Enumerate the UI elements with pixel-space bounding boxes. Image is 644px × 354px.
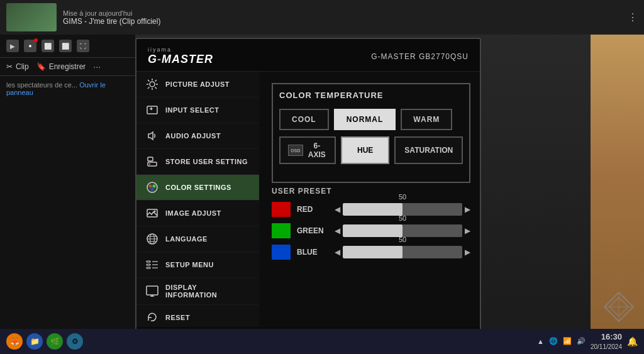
saturation-button[interactable]: SATURATION [394,136,463,164]
window-icon[interactable]: ⬜ [42,40,54,52]
svg-rect-33 [147,267,150,268]
svg-line-10 [155,87,157,89]
menu-item-reset[interactable]: RESET [136,305,259,331]
menu-item-input-select[interactable]: INPUT SELECT [136,97,259,123]
blue-slider-fill [343,246,402,258]
svg-point-21 [149,185,152,188]
top-bar-info: Mise à jour aujourd'hui GIMS - J'me tire… [63,9,621,26]
scissors-icon[interactable]: ✂ Clip [6,62,29,71]
fullscreen-icon[interactable]: ⛶ [77,40,89,52]
red-right-arrow[interactable]: ▶ [465,205,470,214]
blue-slider-track[interactable]: ◀ ▶ [335,246,470,258]
taskbar-arrow-icon[interactable]: ▲ [537,338,544,345]
axis-button-group: OSD 6-AXIS HUE SATURATION [279,136,463,164]
svg-line-11 [155,80,157,82]
svg-point-23 [151,188,154,191]
store-icon [145,155,159,169]
svg-rect-13 [147,106,157,114]
green-label: GREEN [297,226,328,235]
menu-label-image: IMAGE ADJUST [165,209,221,217]
more-actions-icon[interactable]: ··· [93,62,101,72]
blue-swatch [272,245,291,260]
menu-item-setup[interactable]: SETUP MENU [136,252,259,278]
menu-item-picture-adjust[interactable]: PICTURE ADJUST [136,72,259,97]
osd-menu: PICTURE ADJUST INPUT SELECT [136,72,259,327]
update-date: Mise à jour aujourd'hui [63,9,621,17]
audio-icon [145,129,159,143]
model-name: G-MASTER GB2770QSU [371,52,469,61]
more-options-icon[interactable]: ⋮ [628,11,638,23]
svg-rect-31 [147,261,150,262]
red-slider-bar [343,203,462,216]
svg-point-4 [150,82,155,87]
green-slider-row: GREEN 50 ◀ ▶ [272,223,470,238]
reset-icon [145,311,159,324]
brand-logo: iiyama G-MASTER [148,47,213,66]
menu-item-audio-adjust[interactable]: AUDIO ADJUST [136,123,259,149]
cool-button[interactable]: COOL [279,109,329,130]
menu-item-language[interactable]: LANGUAGE [136,226,259,252]
record-icon[interactable]: ● [24,40,36,52]
menu-label-display: DISPLAY INFORMATION [165,284,250,299]
taskbar-app-icon[interactable]: 🌿 [47,333,63,350]
green-left-arrow[interactable]: ◀ [335,226,340,235]
blue-slider-row: BLUE 50 ◀ ▶ [272,245,470,260]
green-value: 50 [399,214,406,222]
red-slider-container: 50 ◀ ▶ [335,203,470,216]
menu-item-store-user[interactable]: STORE USER SETTING [136,149,259,175]
red-swatch [272,202,291,217]
red-slider-row: RED 50 ◀ ▶ [272,202,470,217]
svg-point-20 [147,182,157,192]
brand-gmaster: G-MASTER [148,53,213,66]
taskbar: 🦊 📁 🌿 ⚙ ▲ 🌐 📶 🔊 16:30 20/11/2024 🔔 [0,329,644,354]
menu-label-reset: RESET [165,314,190,321]
six-axis-button[interactable]: OSD 6-AXIS [279,136,336,164]
normal-button[interactable]: NORMAL [334,109,396,130]
taskbar-files-icon[interactable]: 📁 [26,333,43,350]
right-wooden-panel [591,0,644,354]
red-left-arrow[interactable]: ◀ [335,205,340,214]
play-icon[interactable]: ▶ [6,40,19,52]
axis-icon: OSD [288,145,303,156]
taskbar-firefox-icon[interactable]: 🦊 [6,333,23,350]
svg-point-25 [154,211,156,213]
taskbar-notification-icon[interactable]: 🔔 [627,336,638,346]
blue-value: 50 [399,236,406,243]
language-icon [145,232,159,246]
monitor-osd: iiyama G-MASTER G-MASTER GB2770QSU [135,38,481,333]
red-slider-track[interactable]: ◀ ▶ [335,203,470,216]
action-bar: ✂ Clip 🔖 Enregistrer ··· [0,57,135,76]
osd-content: COLOR TEMPERATURE COOL NORMAL WARM OSD 6… [259,72,481,327]
blue-slider-bar [343,246,462,258]
menu-label-language: LANGUAGE [165,235,208,243]
taskbar-volume-icon[interactable]: 🔊 [577,337,586,345]
svg-line-12 [148,87,150,89]
blue-left-arrow[interactable]: ◀ [335,248,340,257]
svg-rect-37 [147,286,158,295]
taskbar-clock: 16:30 20/11/2024 [591,332,622,351]
taskbar-globe-icon[interactable]: 🌐 [549,337,558,345]
taskbar-app2-icon[interactable]: ⚙ [67,333,83,350]
red-label: RED [297,205,328,214]
menu-item-color-settings[interactable]: COLOR SETTINGS [136,175,259,201]
svg-rect-17 [148,157,153,161]
green-slider-track[interactable]: ◀ ▶ [335,224,470,237]
menu-item-image-adjust[interactable]: IMAGE ADJUST [136,201,259,226]
brand-iiyama: iiyama [148,47,213,53]
osd-header: iiyama G-MASTER G-MASTER GB2770QSU [136,39,480,72]
green-slider-bar [343,224,462,237]
menu-label-color: COLOR SETTINGS [165,184,231,191]
temp-button-group: COOL NORMAL WARM [279,109,463,130]
green-slider-fill [343,224,402,237]
blue-right-arrow[interactable]: ▶ [465,248,470,257]
window2-icon[interactable]: ⬜ [59,40,72,52]
bookmark-icon[interactable]: 🔖 Enregistrer [36,62,86,71]
red-value: 50 [399,193,406,201]
warm-button[interactable]: WARM [401,109,452,130]
menu-item-display-info[interactable]: DISPLAY INFORMATION [136,278,259,305]
green-right-arrow[interactable]: ▶ [465,226,470,235]
svg-rect-32 [147,264,150,265]
hue-button[interactable]: HUE [341,136,389,164]
red-slider-fill [343,203,402,216]
taskbar-wifi-icon[interactable]: 📶 [563,337,572,345]
